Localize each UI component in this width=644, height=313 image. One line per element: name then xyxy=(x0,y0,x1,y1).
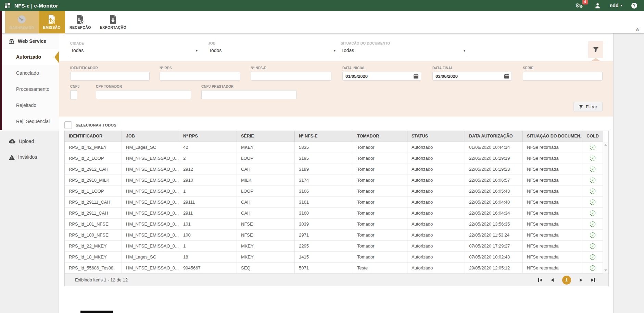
table-row[interactable]: RPS_Id_29111_CAHHM_NFSE_EMISSAO_0...2911… xyxy=(65,197,603,208)
cell-identificador: RPS_Id_18_MKEY xyxy=(65,252,122,262)
sidebar-item-invalidos[interactable]: Inválidos xyxy=(0,149,59,165)
table-row[interactable]: RPS_Id_2_LOOPHM_NFSE_EMISSAO_0...2LOOP31… xyxy=(65,153,603,164)
cell-nfse: 3039 xyxy=(295,219,353,229)
col-n-nfse[interactable]: Nº NFS-E xyxy=(295,131,353,142)
check-circle-icon: ✓ xyxy=(590,189,595,194)
cidade-value: Todas xyxy=(71,48,84,53)
cell-serie: CAH xyxy=(237,197,295,207)
sidebar-item-autorizado[interactable]: Autorizado xyxy=(0,49,59,65)
col-tomador[interactable]: TOMADOR xyxy=(353,131,407,142)
filter-panel: IDENTIFICADOR N° RPS N° NFS-E DATA INICI… xyxy=(59,61,613,117)
sidebar-item-web-service[interactable]: Web Service xyxy=(0,33,59,49)
cell-tomador: Tomador xyxy=(353,219,407,229)
table-row[interactable]: RPS_Id_2912_CAHHM_NFSE_EMISSAO_0...2912C… xyxy=(65,164,603,175)
chevron-down-icon: ▾ xyxy=(620,4,622,7)
collapse-toolbar-icon[interactable]: « xyxy=(635,28,640,31)
sidebar-item-processamento[interactable]: Processamento xyxy=(0,81,59,97)
cell-status: Autorizado xyxy=(407,164,465,174)
cell-data-autorizacao: 07/05/2020 17:29:27 xyxy=(465,241,523,251)
col-n-rps[interactable]: Nº RPS xyxy=(179,131,237,142)
col-serie[interactable]: SÉRIE xyxy=(237,131,295,142)
tab-dashboard[interactable]: DASHBOARD xyxy=(5,11,39,33)
select-all-checkbox[interactable] xyxy=(64,121,72,129)
pagination: 1 xyxy=(538,276,595,285)
table-row[interactable]: RPS_Id_22_MKEYHM_NFSE_EMISSAO_0...1MKEY2… xyxy=(65,241,603,252)
check-circle-icon: ✓ xyxy=(590,265,595,271)
scroll-up-icon[interactable] xyxy=(604,144,607,146)
cell-cold: ✓ xyxy=(582,153,603,164)
cnpj-checkbox[interactable] xyxy=(70,90,77,99)
settings-gears-icon[interactable]: ⚙ ⚙ 4 xyxy=(575,2,585,9)
cnpj-prestador-input[interactable] xyxy=(201,90,296,99)
cnpj-prestador-field: CNPJ PRESTADOR xyxy=(201,85,296,99)
sidebar-item-rej-sequencial[interactable]: Rej. Sequencial xyxy=(0,113,59,130)
next-page-button[interactable] xyxy=(580,278,582,282)
cell-identificador: RPS_Id_55686_Tes88 xyxy=(65,263,122,273)
tab-recepcao[interactable]: RECEPÇÃO xyxy=(65,11,96,33)
help-icon[interactable]: ? xyxy=(631,3,637,9)
cell-nfse: 2295 xyxy=(295,241,353,251)
col-situacao-documento[interactable]: SITUAÇÃO DO DOCUMEN... xyxy=(523,131,582,142)
cell-nfse: 3160 xyxy=(295,208,353,218)
cell-tomador: Tomador xyxy=(353,164,407,174)
check-circle-icon: ✓ xyxy=(590,167,595,172)
tab-emissao[interactable]: EMISSÃO xyxy=(39,11,65,33)
table-row[interactable]: RPS_Id_100_NFSEHM_NFSE_EMISSAO_0...100NF… xyxy=(65,230,603,241)
identificador-input[interactable] xyxy=(70,72,150,81)
cpf-tomador-input[interactable] xyxy=(96,90,191,99)
cell-job: HM_Lages_SC xyxy=(122,142,179,153)
tab-label: RECEPÇÃO xyxy=(70,25,91,29)
data-inicial-input[interactable] xyxy=(342,72,421,81)
sidebar-item-upload[interactable]: Upload xyxy=(0,133,59,149)
cell-data-autorizacao: 22/05/2020 13:56:35 xyxy=(465,219,523,229)
cell-rps: 2910 xyxy=(179,175,237,185)
cell-situacao: NFSe retornada xyxy=(523,219,582,229)
data-final-input[interactable] xyxy=(432,72,512,81)
col-cold[interactable]: COLD xyxy=(582,131,603,142)
col-job[interactable]: JOB xyxy=(122,131,179,142)
app-title: NFS-e | e-Monitor xyxy=(14,3,58,9)
sidebar-group-web-service: Web Service Autorizado Cancelado Process… xyxy=(0,33,59,131)
cell-cold: ✓ xyxy=(582,197,603,207)
cell-cold: ✓ xyxy=(582,263,603,273)
situacao-documento-select[interactable]: SITUAÇÃO DO DOCUMENTO Todas ▾ xyxy=(341,41,467,55)
table-row[interactable]: RPS_Id_18_MKEYHM_Lages_SC18MKEY1415Tomad… xyxy=(65,252,603,263)
n-rps-input[interactable] xyxy=(160,72,240,81)
current-page-button[interactable]: 1 xyxy=(562,276,571,285)
cell-cold: ✓ xyxy=(582,164,603,174)
scroll-down-icon[interactable] xyxy=(604,269,607,272)
cell-cold: ✓ xyxy=(582,175,603,185)
table-row[interactable]: RPS_Id_2911_CAHHM_NFSE_EMISSAO_0...2911C… xyxy=(65,208,603,219)
pagination-summary: Exibindo itens 1 - 12 de 12 xyxy=(65,277,128,282)
situacao-label: SITUAÇÃO DO DOCUMENTO xyxy=(341,41,467,45)
filtrar-button[interactable]: Filtrar xyxy=(573,102,603,111)
sidebar-item-cancelado[interactable]: Cancelado xyxy=(0,65,59,81)
cell-situacao: NFSe retornada xyxy=(523,175,582,185)
table-row[interactable]: RPS_Id_55686_Tes88HM_NFSE_EMISSAO_0...99… xyxy=(65,263,603,274)
table-row[interactable]: RPS_Id_1_LOOPHM_NFSE_EMISSAO_0...1LOOP31… xyxy=(65,186,603,197)
sidebar-item-rejeitado[interactable]: Rejeitado xyxy=(0,97,59,113)
col-data-autorizacao[interactable]: DATA AUTORIZAÇÃO xyxy=(465,131,523,142)
table-row[interactable]: RPS_Id_2910_MILKHM_NFSE_EMISSAO_0...2910… xyxy=(65,175,603,186)
col-status[interactable]: STATUS xyxy=(407,131,465,142)
previous-page-button[interactable] xyxy=(551,278,554,282)
serie-input[interactable] xyxy=(523,72,603,81)
app-logo-icon xyxy=(5,3,11,9)
table-row[interactable]: RPS_Id_101_NFSEHM_NFSE_EMISSAO_0...101NF… xyxy=(65,219,603,230)
filter-toggle-button[interactable] xyxy=(588,41,603,58)
job-select[interactable]: JOB Todos ▾ xyxy=(208,41,338,55)
n-rps-label: N° RPS xyxy=(160,66,240,70)
cell-rps: 18 xyxy=(179,252,237,262)
col-identificador[interactable]: IDENTIFICADOR xyxy=(65,131,122,142)
table-scrollbar[interactable] xyxy=(603,142,608,274)
tab-exportacao[interactable]: EXPORTAÇÃO xyxy=(96,11,131,33)
last-page-button[interactable] xyxy=(591,278,595,282)
table-row[interactable]: RPS_Id_42_MKEYHM_Lages_SC42MKEY5835Tomad… xyxy=(65,142,603,153)
n-nfse-input[interactable] xyxy=(251,72,331,81)
user-icon[interactable] xyxy=(595,3,601,9)
first-page-button[interactable] xyxy=(538,278,542,282)
cell-situacao: NFSe retornada xyxy=(523,186,582,196)
cell-job: HM_NFSE_EMISSAO_0... xyxy=(122,164,179,174)
cidade-select[interactable]: CIDADE Todas ▾ xyxy=(70,41,200,55)
user-menu[interactable]: ndd ▾ xyxy=(610,3,622,8)
